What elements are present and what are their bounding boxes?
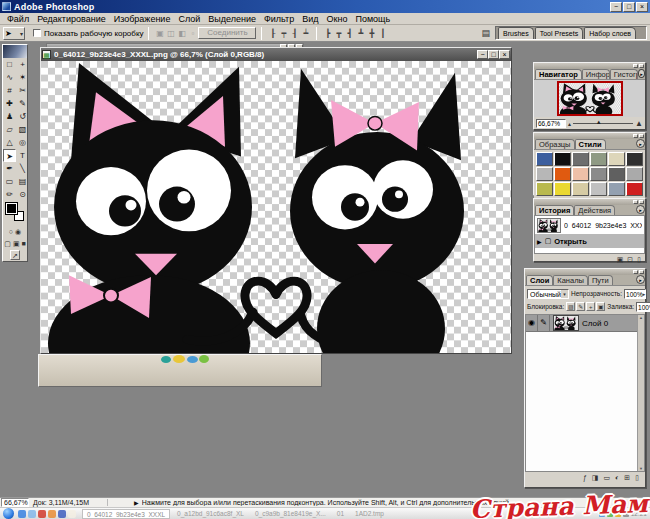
style-swatch[interactable] [608, 152, 625, 166]
quick-launch-icon[interactable] [38, 510, 46, 518]
layer-name[interactable]: Слой 0 [582, 319, 608, 328]
tool-button-0[interactable]: □ [3, 58, 16, 71]
tab-Навигатор[interactable]: Навигатор [535, 69, 582, 79]
panel-minimize-button[interactable] [633, 270, 638, 274]
history-snapshot-row[interactable]: 0_64012_9b23e4e3_XXXL... [535, 216, 644, 234]
tool-button-7[interactable]: ✎ [16, 97, 29, 110]
tool-button-3[interactable]: ✶ [16, 71, 29, 84]
tool-button-11[interactable]: ▧ [16, 123, 29, 136]
panel-close-button[interactable] [639, 200, 644, 204]
style-swatch[interactable] [608, 182, 625, 196]
panel-minimize-button[interactable] [633, 64, 638, 68]
tool-button-9[interactable]: ↺ [16, 110, 29, 123]
tool-button-4[interactable]: # [3, 84, 16, 97]
align-icon[interactable]: ┫ [344, 29, 355, 38]
blend-mode-select[interactable]: Обычный ▾ [527, 289, 569, 299]
distribute-icon[interactable]: ┷ [300, 29, 311, 38]
tool-button-12[interactable]: △ [3, 136, 16, 149]
taskbar-item[interactable]: 01 [333, 509, 348, 519]
layers-action-icon[interactable]: ◐ [615, 474, 619, 481]
imageready-jump-icon[interactable]: ↗ [10, 250, 20, 260]
panel-menu-icon[interactable]: ▸ [638, 69, 645, 78]
align-icon[interactable]: ╋ [366, 29, 377, 38]
status-zoom-field[interactable]: 66,67% [1, 498, 29, 507]
tool-button-1[interactable]: + [16, 58, 29, 71]
quick-launch-icon[interactable] [48, 510, 56, 518]
navigator-proxy-view[interactable] [557, 81, 623, 116]
slider-thumb[interactable]: ▲ [596, 119, 602, 125]
panel-close-button[interactable] [639, 64, 644, 68]
menu-item-Выделение[interactable]: Выделение [204, 14, 260, 24]
tab-Образцы[interactable]: Образцы [535, 139, 575, 149]
standard-mode-icon[interactable]: ○ [9, 227, 13, 236]
distribute-icon[interactable]: ┨ [289, 29, 300, 38]
style-swatch[interactable] [626, 182, 643, 196]
quick-launch-icon[interactable] [68, 510, 76, 518]
align-icon[interactable]: ┻ [355, 29, 366, 38]
screen-mode-full-icon[interactable]: ▣ [13, 239, 20, 248]
zoom-in-icon[interactable]: ▲ [635, 119, 643, 128]
panel-minimize-button[interactable] [633, 134, 638, 138]
style-swatch[interactable] [554, 182, 571, 196]
tool-button-6[interactable]: ✚ [3, 97, 16, 110]
align-icon[interactable]: ┣ [322, 29, 333, 38]
tool-button-15[interactable]: T [16, 149, 29, 162]
layer-row[interactable]: ◉ ✎ Слой 0 [526, 315, 644, 332]
canvas[interactable] [41, 61, 511, 353]
taskbar-item[interactable]: 0_64012_9b23e4e3_XXXL [82, 509, 170, 519]
foreground-color-swatch[interactable] [6, 203, 17, 214]
tool-button-19[interactable]: ▤ [16, 175, 29, 188]
tool-button-5[interactable]: ✂ [16, 84, 29, 97]
align-icon[interactable]: ┳ [333, 29, 344, 38]
panel-menu-icon[interactable]: ▸ [636, 205, 645, 214]
navigator-zoom-field[interactable]: 66,67% [536, 119, 566, 128]
style-swatch[interactable] [554, 152, 571, 166]
fill-field[interactable]: 100% ▸ [636, 302, 650, 312]
history-state-slider-icon[interactable]: ▶ [537, 238, 542, 245]
menu-item-Файл[interactable]: Файл [3, 14, 33, 24]
tool-button-16[interactable]: ✒ [3, 162, 16, 175]
tab-Действия[interactable]: Действия [574, 205, 615, 215]
scrollbar[interactable]: ▲▼ [637, 315, 644, 471]
history-state-row[interactable]: ▶ ▢ Открыть [535, 234, 644, 248]
path-operation-icon[interactable]: ▫ [187, 29, 198, 38]
menu-item-Помощь[interactable]: Помощь [351, 14, 394, 24]
tab-Информация[interactable]: Информация [582, 69, 610, 79]
tool-button-20[interactable]: ✏ [3, 188, 16, 201]
quick-launch-icon[interactable] [28, 510, 36, 518]
quick-launch-icon[interactable] [18, 510, 26, 518]
menu-item-Фильтр[interactable]: Фильтр [260, 14, 298, 24]
palette-well-tab-Набор слоев[interactable]: Набор слоев [584, 27, 636, 39]
menu-item-Редактирование[interactable]: Редактирование [33, 14, 110, 24]
tab-История[interactable]: История [535, 205, 574, 215]
tab-Каналы[interactable]: Каналы [553, 275, 588, 285]
tool-button-10[interactable]: ▱ [3, 123, 16, 136]
history-action-icon[interactable]: ▣ [617, 255, 624, 264]
layers-action-icon[interactable]: ▯ [635, 474, 639, 482]
app-titlebar[interactable]: Adobe Photoshop − □ × [0, 0, 650, 13]
tool-button-17[interactable]: ╲ [16, 162, 29, 175]
show-bounding-box-checkbox[interactable] [33, 29, 41, 37]
menu-item-Слой[interactable]: Слой [174, 14, 204, 24]
style-swatch[interactable] [536, 182, 553, 196]
layers-action-icon[interactable]: ƒ [583, 474, 587, 481]
align-icon[interactable]: ┃ [377, 29, 388, 38]
style-swatch[interactable] [608, 167, 625, 181]
tool-button-8[interactable]: ♟ [3, 110, 16, 123]
layers-action-icon[interactable]: ⊞ [624, 474, 630, 482]
minimize-button[interactable]: − [610, 2, 622, 12]
tool-button-2[interactable]: ∿ [3, 71, 16, 84]
screen-mode-menu-icon[interactable]: ■ [22, 239, 26, 248]
tool-preset-button[interactable]: ➤ ▾ [3, 27, 25, 40]
panel-menu-icon[interactable]: ▸ [636, 139, 645, 148]
doc-close-button[interactable]: × [499, 50, 510, 59]
style-swatch[interactable] [572, 182, 589, 196]
taskbar-item[interactable]: 0_c9a9b_81e8419e_X... [251, 509, 330, 519]
panel-close-button[interactable] [639, 270, 644, 274]
document-size-info[interactable]: Док: 3,11M/4,15M [33, 499, 108, 506]
menu-item-Окно[interactable]: Окно [323, 14, 352, 24]
navigator-zoom-slider[interactable]: ▲ [573, 119, 633, 127]
tab-Пути[interactable]: Пути [588, 275, 613, 285]
style-swatch[interactable] [626, 152, 643, 166]
menu-item-Вид[interactable]: Вид [298, 14, 322, 24]
